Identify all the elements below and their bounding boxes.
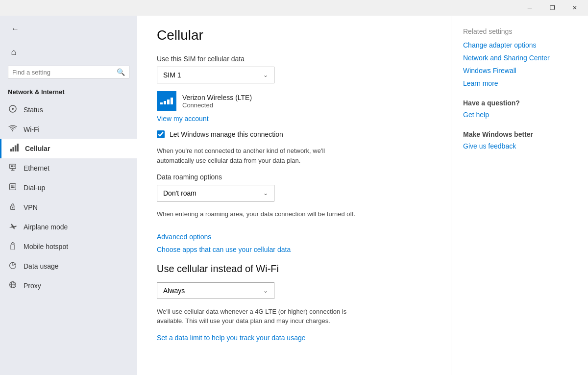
vpn-icon — [8, 202, 18, 212]
svg-point-14 — [12, 185, 13, 186]
bar4 — [171, 98, 173, 104]
datausage-label: Data usage — [24, 262, 59, 270]
svg-rect-12 — [10, 184, 16, 190]
sidebar-item-ethernet[interactable]: Ethernet — [0, 158, 137, 178]
manage-desc: When you're not connected to another kin… — [157, 146, 363, 165]
carrier-status: Connected — [182, 101, 252, 109]
svg-rect-21 — [11, 245, 15, 250]
ethernet-icon — [8, 163, 18, 173]
wifi-section-title: Use cellular instead of Wi-Fi — [157, 263, 431, 275]
sidebar-item-datausage[interactable]: Data usage — [0, 256, 137, 276]
search-input[interactable] — [12, 69, 117, 76]
feedback-link[interactable]: Give us feedback — [463, 142, 576, 150]
cellular-icon — [9, 144, 19, 153]
sidebar-header: ← — [0, 16, 137, 40]
airplane-label: Airplane mode — [24, 223, 68, 231]
svg-rect-11 — [14, 165, 15, 167]
manage-connection-row: Let Windows manage this connection — [157, 130, 431, 138]
vpn-label: VPN — [24, 203, 38, 211]
carrier-name: Verizon Wireless (LTE) — [182, 94, 252, 101]
advanced-options-link[interactable]: Advanced options — [157, 233, 431, 241]
proxy-icon — [8, 281, 18, 291]
svg-point-20 — [12, 207, 14, 208]
sidebar-item-wifi[interactable]: Wi-Fi — [0, 120, 137, 139]
roaming-value: Don't roam — [163, 189, 196, 197]
get-help-link[interactable]: Get help — [463, 111, 576, 119]
svg-rect-9 — [11, 165, 12, 167]
sidebar-item-hotspot[interactable]: Mobile hotspot — [0, 237, 137, 256]
titlebar: ─ ❐ ✕ — [0, 0, 588, 16]
status-icon — [8, 104, 18, 115]
sidebar-item-cellular[interactable]: Cellular — [0, 139, 137, 158]
hotspot-icon — [8, 242, 18, 251]
wifi-dropdown-arrow: ⌄ — [263, 287, 268, 294]
related-settings-title: Related settings — [463, 27, 576, 35]
wifi-label: Wi-Fi — [24, 125, 40, 133]
wifi-icon — [8, 125, 18, 134]
learn-more-link[interactable]: Learn more — [463, 79, 576, 87]
maximize-button[interactable]: ❐ — [541, 0, 564, 16]
roaming-label: Data roaming options — [157, 173, 431, 181]
carrier-row: Verizon Wireless (LTE) Connected — [157, 91, 431, 111]
app-container: ← ⌂ 🔍 Network & Internet Status — [0, 16, 588, 375]
wifi-dropdown-value: Always — [163, 287, 185, 295]
roaming-desc: When entering a roaming area, your data … — [157, 209, 363, 219]
view-account-link[interactable]: View my account — [157, 115, 209, 123]
search-box: 🔍 — [8, 66, 129, 78]
bar1 — [160, 102, 163, 104]
wifi-dropdown[interactable]: Always ⌄ — [157, 282, 274, 299]
sidebar-item-dialup[interactable]: Dial-up — [0, 178, 137, 198]
main-content: Cellular Use this SIM for cellular data … — [137, 16, 451, 375]
roaming-dropdown[interactable]: Don't roam ⌄ — [157, 185, 274, 201]
carrier-info: Verizon Wireless (LTE) Connected — [182, 94, 252, 109]
proxy-label: Proxy — [24, 282, 41, 290]
sidebar-section-title: Network & Internet — [0, 82, 137, 100]
bar2 — [164, 101, 166, 104]
svg-rect-3 — [12, 147, 14, 151]
sidebar-item-status[interactable]: Status — [0, 100, 137, 120]
sim-value: SIM 1 — [163, 71, 181, 79]
datausage-icon — [8, 261, 18, 271]
svg-rect-5 — [17, 144, 19, 151]
right-panel: Related settings Change adapter options … — [451, 16, 588, 375]
sidebar-item-proxy[interactable]: Proxy — [0, 276, 137, 296]
network-sharing-link[interactable]: Network and Sharing Center — [463, 54, 576, 62]
status-label: Status — [24, 106, 43, 114]
sim-dropdown-arrow: ⌄ — [263, 72, 268, 78]
svg-point-18 — [13, 187, 14, 188]
cellular-label: Cellular — [25, 145, 50, 152]
windows-firewall-link[interactable]: Windows Firewall — [463, 67, 576, 75]
sidebar: ← ⌂ 🔍 Network & Internet Status — [0, 16, 137, 375]
question-title: Have a question? — [463, 99, 576, 107]
better-title: Make Windows better — [463, 130, 576, 138]
apps-link[interactable]: Choose apps that can use your cellular d… — [157, 246, 431, 253]
sim-dropdown[interactable]: SIM 1 ⌄ — [157, 67, 274, 83]
hotspot-label: Mobile hotspot — [24, 243, 68, 250]
svg-rect-2 — [10, 149, 12, 151]
home-icon: ⌂ — [11, 47, 17, 57]
manage-connection-label: Let Windows manage this connection — [170, 130, 283, 138]
home-button[interactable]: ⌂ — [4, 42, 24, 62]
change-adapter-link[interactable]: Change adapter options — [463, 41, 576, 49]
manage-connection-checkbox[interactable] — [157, 130, 165, 138]
signal-bars — [157, 95, 176, 107]
svg-rect-4 — [15, 146, 17, 151]
dialup-icon — [8, 183, 18, 193]
sidebar-item-vpn[interactable]: VPN — [0, 198, 137, 217]
svg-point-1 — [12, 108, 14, 110]
svg-rect-10 — [12, 165, 13, 167]
back-button[interactable]: ← — [8, 22, 23, 36]
svg-point-16 — [11, 187, 12, 188]
data-limit-link[interactable]: Set a data limit to help you track your … — [157, 334, 306, 342]
close-button[interactable]: ✕ — [564, 0, 586, 16]
sidebar-item-airplane[interactable]: Airplane mode — [0, 217, 137, 237]
search-icon-button[interactable]: 🔍 — [117, 68, 125, 76]
svg-point-15 — [13, 185, 14, 186]
svg-point-17 — [12, 187, 13, 188]
wifi-desc: We'll use cellular data whenever a 4G LT… — [157, 307, 363, 326]
carrier-icon — [157, 91, 176, 111]
minimize-button[interactable]: ─ — [518, 0, 541, 16]
airplane-icon — [8, 222, 18, 232]
roaming-dropdown-arrow: ⌄ — [263, 190, 268, 197]
bar3 — [167, 100, 170, 104]
